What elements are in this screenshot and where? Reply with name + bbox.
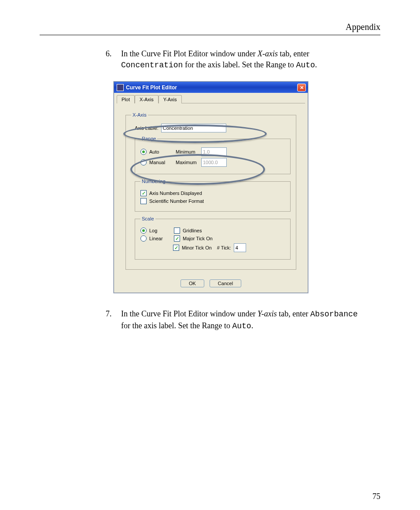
step-text: In the Curve Fit Plot Editor window unde… — [121, 48, 363, 71]
check-major-tick-label: Major Tick On — [183, 236, 213, 241]
text-mono: Auto — [296, 61, 315, 70]
text-italic: Y-axis — [258, 309, 277, 318]
group-legend: Scale — [140, 216, 155, 221]
text: tab, enter — [278, 49, 309, 58]
page-number: 75 — [372, 492, 380, 501]
group-legend: X-Axis — [131, 112, 148, 117]
ok-button[interactable]: OK — [181, 279, 204, 287]
group-numbering: Numbering ✓ Axis Numbers Displayed Scien… — [135, 179, 291, 212]
radio-manual[interactable] — [140, 159, 147, 165]
step-number: 6. — [106, 48, 121, 71]
titlebar[interactable]: Curve Fit Plot Editor ✕ — [114, 82, 308, 93]
text-mono: Auto — [232, 322, 251, 330]
tab-x-axis[interactable]: X-Axis — [135, 95, 158, 103]
instruction-step-7: 7. In the Curve Fit Plot Editor window u… — [106, 308, 363, 331]
tab-plot[interactable]: Plot — [117, 95, 135, 103]
group-scale: Scale Log Gridlines Linear ✓ Major Tick … — [135, 216, 291, 260]
radio-linear-label: Linear — [149, 236, 171, 241]
check-axis-numbers[interactable]: ✓ — [140, 190, 147, 196]
radio-linear[interactable] — [140, 235, 147, 242]
window-title: Curve Fit Plot Editor — [126, 84, 177, 91]
text: . — [315, 60, 317, 69]
radio-auto[interactable] — [140, 149, 147, 155]
text: In the Curve Fit Plot Editor window unde… — [121, 49, 258, 58]
step-number: 7. — [106, 308, 121, 331]
tab-y-axis[interactable]: Y-Axis — [158, 95, 182, 103]
check-gridlines-label: Gridlines — [183, 228, 202, 233]
tick-count-label: # Tick: — [217, 245, 231, 250]
tick-count-input[interactable] — [234, 243, 246, 252]
minimum-label: Minimum — [176, 149, 199, 154]
check-minor-tick-label: Minor Tick On — [182, 245, 212, 250]
axis-label-input[interactable] — [161, 124, 226, 132]
axis-label-label: Axis Lable: — [135, 125, 158, 131]
tab-strip: Plot X-Axis Y-Axis — [117, 95, 305, 103]
radio-log-label: Log — [149, 228, 171, 233]
check-major-tick[interactable]: ✓ — [174, 235, 180, 242]
check-sci-format[interactable] — [140, 198, 147, 204]
instruction-step-6: 6. In the Curve Fit Plot Editor window u… — [106, 48, 363, 71]
check-axis-numbers-label: Axis Numbers Displayed — [149, 191, 202, 196]
radio-auto-label: Auto — [149, 149, 173, 154]
radio-manual-label: Manual — [149, 160, 173, 165]
minimum-input — [201, 147, 227, 156]
page-header: Appendix — [40, 22, 380, 35]
text: In the Curve Fit Plot Editor window unde… — [121, 309, 258, 318]
close-icon[interactable]: ✕ — [297, 84, 306, 92]
cancel-button[interactable]: Cancel — [210, 279, 241, 287]
radio-log[interactable] — [140, 227, 147, 234]
text-mono: Absorbance — [310, 310, 358, 319]
group-legend: Range — [140, 136, 157, 141]
text: for the axis label. Set the Range to — [121, 321, 232, 330]
text: tab, enter — [277, 309, 310, 318]
check-gridlines[interactable] — [174, 227, 180, 234]
app-icon — [117, 84, 124, 91]
group-x-axis: X-Axis Axis Lable: Range Auto Minimum — [125, 112, 296, 270]
check-minor-tick[interactable]: ✓ — [173, 245, 179, 251]
group-range: Range Auto Minimum Manual Maximum — [135, 136, 291, 174]
dialog-window: Curve Fit Plot Editor ✕ Plot X-Axis Y-Ax… — [114, 81, 308, 293]
step-text: In the Curve Fit Plot Editor window unde… — [121, 308, 363, 331]
maximum-input — [201, 158, 227, 167]
text: for the axis label. Set the Range to — [183, 60, 296, 69]
group-legend: Numbering — [140, 179, 167, 184]
text-mono: Concentration — [121, 61, 183, 70]
check-sci-format-label: Scientific Number Format — [149, 198, 204, 204]
maximum-label: Maximum — [176, 160, 199, 165]
text-italic: X-axis — [258, 49, 278, 58]
text: . — [251, 321, 254, 330]
